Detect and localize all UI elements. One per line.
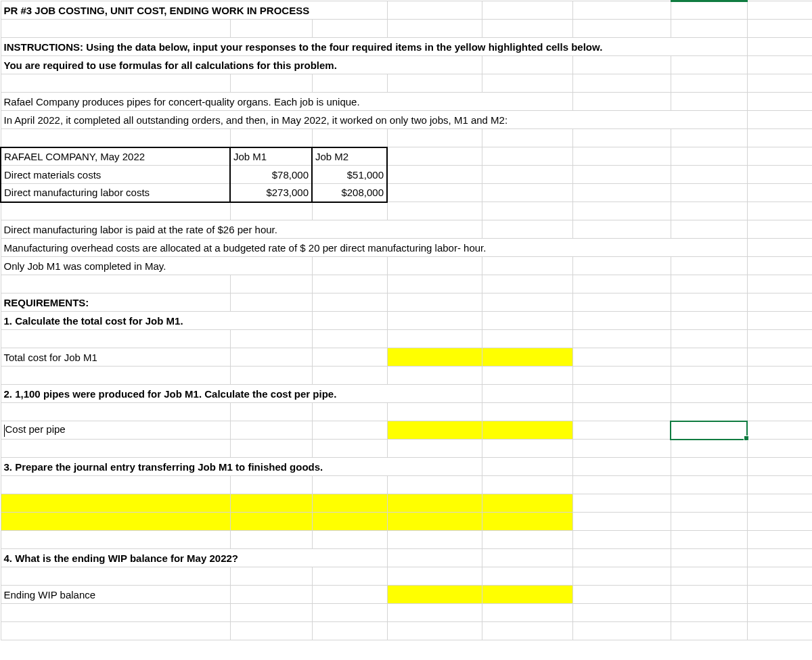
cell[interactable] <box>572 147 671 166</box>
cell[interactable] <box>312 129 387 147</box>
cell[interactable] <box>482 184 572 202</box>
cell[interactable] <box>387 531 482 549</box>
cell[interactable] <box>747 257 812 275</box>
cell[interactable] <box>387 604 482 622</box>
cell[interactable] <box>482 604 572 622</box>
cell[interactable] <box>572 166 671 184</box>
cell[interactable] <box>387 129 482 147</box>
cell[interactable] <box>747 111 812 129</box>
cell[interactable] <box>671 93 747 111</box>
cell[interactable] <box>387 476 482 494</box>
cell[interactable] <box>572 567 671 586</box>
cell[interactable] <box>572 312 671 330</box>
cell[interactable] <box>312 202 387 220</box>
cell[interactable] <box>482 147 572 166</box>
cell[interactable] <box>671 1 747 20</box>
cell[interactable] <box>747 531 812 549</box>
cell[interactable] <box>482 531 572 549</box>
cell[interactable] <box>572 367 671 385</box>
cell[interactable] <box>572 184 671 202</box>
cell[interactable] <box>671 494 747 513</box>
cell[interactable] <box>747 38 812 56</box>
req3-je-row2-c[interactable] <box>312 513 387 531</box>
cell[interactable] <box>387 184 482 202</box>
cell[interactable] <box>1 440 230 458</box>
data-row-dl-m1[interactable]: $273,000 <box>230 184 312 202</box>
req4-answer-cell2[interactable] <box>482 586 572 604</box>
cell[interactable] <box>671 604 747 622</box>
cell[interactable] <box>482 202 572 220</box>
cell[interactable] <box>387 440 482 458</box>
cell[interactable] <box>230 476 312 494</box>
cell[interactable] <box>312 367 387 385</box>
req1-answer-cell[interactable] <box>387 348 482 367</box>
cell[interactable] <box>482 622 572 640</box>
cell[interactable] <box>1 567 230 586</box>
cell[interactable] <box>572 1 671 20</box>
cell[interactable] <box>312 440 387 458</box>
cell[interactable] <box>572 421 671 440</box>
cell[interactable] <box>572 74 671 93</box>
cell[interactable] <box>482 220 572 239</box>
req3-je-row1-c[interactable] <box>312 494 387 513</box>
cell[interactable] <box>572 403 671 421</box>
cell[interactable] <box>671 348 747 367</box>
cell[interactable] <box>747 421 812 440</box>
cell[interactable] <box>230 275 312 293</box>
data-row-dm-m2[interactable]: $51,000 <box>312 166 387 184</box>
cell[interactable] <box>572 330 671 348</box>
cell[interactable] <box>230 586 312 604</box>
cell[interactable] <box>387 202 482 220</box>
cell[interactable] <box>671 129 747 147</box>
cell[interactable] <box>1 476 230 494</box>
cell[interactable] <box>572 257 671 275</box>
req3-je-row1-a[interactable] <box>1 494 230 513</box>
cell[interactable] <box>312 330 387 348</box>
cell[interactable] <box>230 531 312 549</box>
cell[interactable] <box>230 367 312 385</box>
cell[interactable] <box>747 1 812 20</box>
cell[interactable] <box>747 239 812 257</box>
cell[interactable] <box>747 494 812 513</box>
req3-je-row2-a[interactable] <box>1 513 230 531</box>
cell[interactable] <box>312 20 387 38</box>
cell[interactable] <box>671 330 747 348</box>
cell[interactable] <box>1 129 230 147</box>
cell[interactable] <box>671 56 747 74</box>
cell[interactable] <box>671 440 747 458</box>
cell[interactable] <box>387 147 482 166</box>
cell[interactable] <box>387 330 482 348</box>
req4-answer-cell[interactable] <box>387 586 482 604</box>
cell[interactable] <box>572 513 671 531</box>
cell[interactable] <box>572 440 671 458</box>
cell[interactable] <box>312 74 387 93</box>
cell[interactable] <box>747 56 812 74</box>
cell[interactable] <box>230 604 312 622</box>
cell[interactable] <box>387 293 482 312</box>
req3-je-row1-e[interactable] <box>482 494 572 513</box>
data-row-dl-m2[interactable]: $208,000 <box>312 184 387 202</box>
cell[interactable] <box>1 275 230 293</box>
cell[interactable] <box>747 513 812 531</box>
cell[interactable] <box>671 74 747 93</box>
cell[interactable] <box>671 567 747 586</box>
cell[interactable] <box>387 312 482 330</box>
cell[interactable] <box>482 312 572 330</box>
cell[interactable] <box>747 403 812 421</box>
cell[interactable] <box>747 166 812 184</box>
cell[interactable] <box>747 147 812 166</box>
spreadsheet-grid[interactable]: PR #3 JOB COSTING, UNIT COST, ENDING WOR… <box>0 0 812 640</box>
cell[interactable] <box>572 549 671 567</box>
cell[interactable] <box>572 129 671 147</box>
cell[interactable] <box>482 403 572 421</box>
cell[interactable] <box>747 367 812 385</box>
cell[interactable] <box>230 421 312 440</box>
cell[interactable] <box>230 348 312 367</box>
cell[interactable] <box>1 367 230 385</box>
cell[interactable] <box>387 567 482 586</box>
cell[interactable] <box>387 367 482 385</box>
cell[interactable] <box>387 403 482 421</box>
cell[interactable] <box>312 567 387 586</box>
data-row-dm-m1[interactable]: $78,000 <box>230 166 312 184</box>
cell[interactable] <box>747 312 812 330</box>
